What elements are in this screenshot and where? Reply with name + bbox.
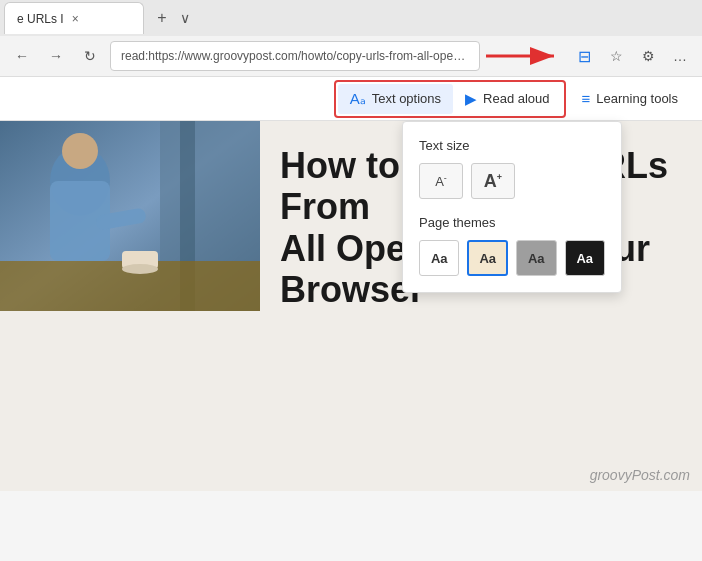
learning-tools-button[interactable]: ≡ Learning tools (570, 84, 690, 113)
reader-toolbar-area: Aₐ Text options ▶ Read aloud ≡ Learning … (0, 77, 702, 121)
reader-mode-button[interactable]: ⊟ (570, 42, 598, 70)
theme-sepia-label: Aa (479, 251, 496, 266)
theme-white-button[interactable]: Aa (419, 240, 459, 276)
text-options-label: Text options (372, 91, 441, 106)
theme-dark-label: Aa (576, 251, 593, 266)
increase-icon: A+ (484, 171, 502, 192)
learning-tools-icon: ≡ (582, 90, 591, 107)
decrease-text-size-button[interactable]: A- (419, 163, 463, 199)
page-themes-row: Aa Aa Aa Aa (419, 240, 605, 276)
tab-close-icon[interactable]: × (72, 12, 79, 26)
favorites-button[interactable]: ☆ (602, 42, 630, 70)
article-hero-image (0, 121, 260, 311)
forward-button[interactable]: → (42, 42, 70, 70)
text-size-title: Text size (419, 138, 605, 153)
increase-text-size-button[interactable]: A+ (471, 163, 515, 199)
toolbar-highlight-box: Aₐ Text options ▶ Read aloud (334, 80, 566, 118)
text-options-icon: Aₐ (350, 90, 366, 108)
theme-dark-button[interactable]: Aa (565, 240, 605, 276)
active-tab[interactable]: e URLs I × (4, 2, 144, 34)
tab-list-button[interactable]: ∨ (180, 10, 190, 26)
read-aloud-button[interactable]: ▶ Read aloud (453, 84, 562, 114)
refresh-button[interactable]: ↻ (76, 42, 104, 70)
read-aloud-icon: ▶ (465, 90, 477, 108)
address-bar[interactable]: read:https://www.groovypost.com/howto/co… (110, 41, 480, 71)
reader-toolbar: Aₐ Text options ▶ Read aloud ≡ Learning … (0, 77, 702, 121)
watermark: groovyPost.com (590, 467, 690, 483)
theme-gray-label: Aa (528, 251, 545, 266)
decrease-icon: A- (435, 173, 447, 189)
theme-white-label: Aa (431, 251, 448, 266)
toolbar-icons: ⊟ ☆ ⚙ … (486, 42, 694, 70)
theme-gray-button[interactable]: Aa (516, 240, 556, 276)
red-arrow-icon (486, 44, 566, 68)
hero-image-svg (0, 121, 260, 311)
learning-tools-label: Learning tools (596, 91, 678, 106)
url-text: read:https://www.groovypost.com/howto/co… (121, 49, 469, 63)
svg-point-9 (122, 264, 158, 274)
text-size-controls: A- A+ (419, 163, 605, 199)
read-aloud-label: Read aloud (483, 91, 550, 106)
more-menu-button[interactable]: … (666, 42, 694, 70)
tab-title: e URLs I (17, 12, 64, 26)
page-themes-title: Page themes (419, 215, 605, 230)
settings-button[interactable]: ⚙ (634, 42, 662, 70)
theme-sepia-button[interactable]: Aa (467, 240, 508, 276)
text-options-panel: Text size A- A+ Page themes Aa Aa Aa Aa (402, 121, 622, 293)
text-options-button[interactable]: Aₐ Text options (338, 84, 453, 114)
address-bar-row: ← → ↻ read:https://www.groovypost.com/ho… (0, 36, 702, 76)
svg-point-11 (62, 133, 98, 169)
back-button[interactable]: ← (8, 42, 36, 70)
new-tab-button[interactable]: + (148, 4, 176, 32)
tab-bar: e URLs I × + ∨ (0, 0, 702, 36)
